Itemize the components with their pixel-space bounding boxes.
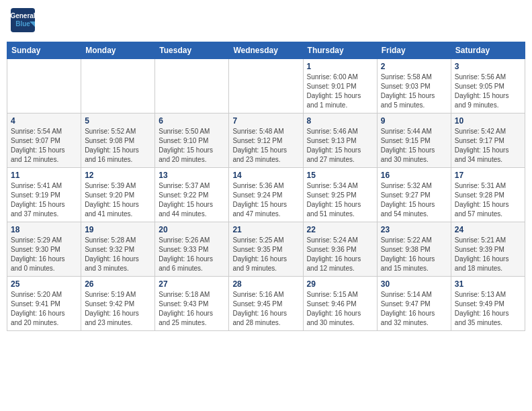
col-header-friday: Friday: [377, 42, 451, 59]
day-number: 19: [85, 225, 151, 234]
day-cell: 24Sunrise: 5:21 AM Sunset: 9:39 PM Dayli…: [451, 222, 525, 277]
week-row-2: 4Sunrise: 5:54 AM Sunset: 9:07 PM Daylig…: [7, 113, 525, 168]
col-header-monday: Monday: [81, 42, 155, 59]
day-cell: 11Sunrise: 5:41 AM Sunset: 9:19 PM Dayli…: [7, 168, 81, 222]
day-number: 24: [455, 225, 521, 234]
day-number: 9: [381, 116, 447, 126]
day-number: 29: [307, 279, 373, 289]
day-cell: 14Sunrise: 5:36 AM Sunset: 9:24 PM Dayli…: [229, 168, 303, 222]
day-cell: 4Sunrise: 5:54 AM Sunset: 9:07 PM Daylig…: [7, 113, 81, 168]
day-cell: 13Sunrise: 5:37 AM Sunset: 9:22 PM Dayli…: [155, 168, 229, 222]
svg-text:Blue: Blue: [15, 20, 30, 28]
day-info: Sunrise: 5:18 AM Sunset: 9:43 PM Dayligh…: [159, 290, 225, 328]
week-row-1: 1Sunrise: 6:00 AM Sunset: 9:01 PM Daylig…: [7, 59, 525, 113]
day-number: 21: [232, 225, 299, 234]
day-cell: 26Sunrise: 5:19 AM Sunset: 9:42 PM Dayli…: [81, 277, 155, 331]
day-info: Sunrise: 5:16 AM Sunset: 9:45 PM Dayligh…: [232, 290, 299, 328]
day-cell: 3Sunrise: 5:56 AM Sunset: 9:05 PM Daylig…: [451, 59, 525, 113]
svg-text:General: General: [10, 12, 35, 19]
day-cell: [229, 59, 303, 113]
day-info: Sunrise: 5:42 AM Sunset: 9:17 PM Dayligh…: [455, 127, 521, 165]
day-cell: 21Sunrise: 5:25 AM Sunset: 9:35 PM Dayli…: [229, 222, 303, 277]
day-info: Sunrise: 5:41 AM Sunset: 9:19 PM Dayligh…: [11, 181, 77, 219]
day-info: Sunrise: 5:26 AM Sunset: 9:33 PM Dayligh…: [159, 236, 225, 273]
day-number: 3: [455, 62, 521, 71]
day-cell: 2Sunrise: 5:58 AM Sunset: 9:03 PM Daylig…: [377, 59, 451, 113]
day-cell: 30Sunrise: 5:14 AM Sunset: 9:47 PM Dayli…: [377, 277, 451, 331]
day-number: 12: [85, 171, 151, 180]
page-header: General Blue: [7, 7, 525, 36]
day-number: 13: [159, 171, 225, 180]
day-cell: [81, 59, 155, 113]
day-info: Sunrise: 5:56 AM Sunset: 9:05 PM Dayligh…: [455, 73, 521, 110]
day-cell: 7Sunrise: 5:48 AM Sunset: 9:12 PM Daylig…: [229, 113, 303, 168]
col-header-thursday: Thursday: [303, 42, 377, 59]
col-header-tuesday: Tuesday: [155, 42, 229, 59]
day-info: Sunrise: 5:39 AM Sunset: 9:20 PM Dayligh…: [85, 181, 151, 219]
day-info: Sunrise: 5:21 AM Sunset: 9:39 PM Dayligh…: [455, 236, 521, 273]
day-number: 16: [381, 171, 447, 180]
day-cell: [155, 59, 229, 113]
col-header-wednesday: Wednesday: [229, 42, 303, 59]
day-cell: 27Sunrise: 5:18 AM Sunset: 9:43 PM Dayli…: [155, 277, 229, 331]
day-number: 2: [381, 62, 447, 71]
day-info: Sunrise: 5:34 AM Sunset: 9:25 PM Dayligh…: [307, 181, 373, 219]
week-row-5: 25Sunrise: 5:20 AM Sunset: 9:41 PM Dayli…: [7, 277, 525, 331]
day-number: 18: [11, 225, 77, 234]
day-info: Sunrise: 5:29 AM Sunset: 9:30 PM Dayligh…: [11, 236, 77, 273]
day-number: 1: [307, 62, 373, 71]
day-info: Sunrise: 5:22 AM Sunset: 9:38 PM Dayligh…: [381, 236, 447, 273]
day-cell: 9Sunrise: 5:44 AM Sunset: 9:15 PM Daylig…: [377, 113, 451, 168]
day-info: Sunrise: 5:48 AM Sunset: 9:12 PM Dayligh…: [232, 127, 299, 165]
day-cell: 29Sunrise: 5:15 AM Sunset: 9:46 PM Dayli…: [303, 277, 377, 331]
day-cell: 22Sunrise: 5:24 AM Sunset: 9:36 PM Dayli…: [303, 222, 377, 277]
day-cell: 17Sunrise: 5:31 AM Sunset: 9:28 PM Dayli…: [451, 168, 525, 222]
day-number: 15: [307, 171, 373, 180]
col-header-sunday: Sunday: [7, 42, 81, 59]
day-cell: 18Sunrise: 5:29 AM Sunset: 9:30 PM Dayli…: [7, 222, 81, 277]
day-number: 11: [11, 171, 77, 180]
day-number: 23: [381, 225, 447, 234]
day-info: Sunrise: 5:31 AM Sunset: 9:28 PM Dayligh…: [455, 181, 521, 219]
day-number: 26: [85, 279, 151, 289]
day-cell: [7, 59, 81, 113]
day-number: 4: [11, 116, 77, 126]
day-number: 17: [455, 171, 521, 180]
day-info: Sunrise: 5:58 AM Sunset: 9:03 PM Dayligh…: [381, 73, 447, 110]
calendar-table: SundayMondayTuesdayWednesdayThursdayFrid…: [7, 42, 525, 331]
day-info: Sunrise: 5:25 AM Sunset: 9:35 PM Dayligh…: [232, 236, 299, 273]
day-info: Sunrise: 5:52 AM Sunset: 9:08 PM Dayligh…: [85, 127, 151, 165]
day-number: 31: [455, 279, 521, 289]
day-number: 25: [11, 279, 77, 289]
day-cell: 23Sunrise: 5:22 AM Sunset: 9:38 PM Dayli…: [377, 222, 451, 277]
day-number: 8: [307, 116, 373, 126]
calendar-header-row: SundayMondayTuesdayWednesdayThursdayFrid…: [7, 42, 525, 59]
day-cell: 16Sunrise: 5:32 AM Sunset: 9:27 PM Dayli…: [377, 168, 451, 222]
day-info: Sunrise: 5:37 AM Sunset: 9:22 PM Dayligh…: [159, 181, 225, 219]
day-number: 5: [85, 116, 151, 126]
day-cell: 12Sunrise: 5:39 AM Sunset: 9:20 PM Dayli…: [81, 168, 155, 222]
day-cell: 1Sunrise: 6:00 AM Sunset: 9:01 PM Daylig…: [303, 59, 377, 113]
day-info: Sunrise: 5:13 AM Sunset: 9:49 PM Dayligh…: [455, 290, 521, 328]
week-row-4: 18Sunrise: 5:29 AM Sunset: 9:30 PM Dayli…: [7, 222, 525, 277]
day-info: Sunrise: 5:14 AM Sunset: 9:47 PM Dayligh…: [381, 290, 447, 328]
day-info: Sunrise: 5:20 AM Sunset: 9:41 PM Dayligh…: [11, 290, 77, 328]
day-info: Sunrise: 5:36 AM Sunset: 9:24 PM Dayligh…: [232, 181, 299, 219]
day-cell: 10Sunrise: 5:42 AM Sunset: 9:17 PM Dayli…: [451, 113, 525, 168]
day-cell: 31Sunrise: 5:13 AM Sunset: 9:49 PM Dayli…: [451, 277, 525, 331]
day-number: 30: [381, 279, 447, 289]
day-info: Sunrise: 5:28 AM Sunset: 9:32 PM Dayligh…: [85, 236, 151, 273]
day-number: 10: [455, 116, 521, 126]
day-info: Sunrise: 5:15 AM Sunset: 9:46 PM Dayligh…: [307, 290, 373, 328]
day-cell: 15Sunrise: 5:34 AM Sunset: 9:25 PM Dayli…: [303, 168, 377, 222]
day-number: 22: [307, 225, 373, 234]
day-number: 28: [232, 279, 299, 289]
day-number: 27: [159, 279, 225, 289]
day-cell: 5Sunrise: 5:52 AM Sunset: 9:08 PM Daylig…: [81, 113, 155, 168]
week-row-3: 11Sunrise: 5:41 AM Sunset: 9:19 PM Dayli…: [7, 168, 525, 222]
day-number: 7: [232, 116, 299, 126]
day-info: Sunrise: 5:32 AM Sunset: 9:27 PM Dayligh…: [381, 181, 447, 219]
day-cell: 6Sunrise: 5:50 AM Sunset: 9:10 PM Daylig…: [155, 113, 229, 168]
col-header-saturday: Saturday: [451, 42, 525, 59]
day-info: Sunrise: 5:19 AM Sunset: 9:42 PM Dayligh…: [85, 290, 151, 328]
